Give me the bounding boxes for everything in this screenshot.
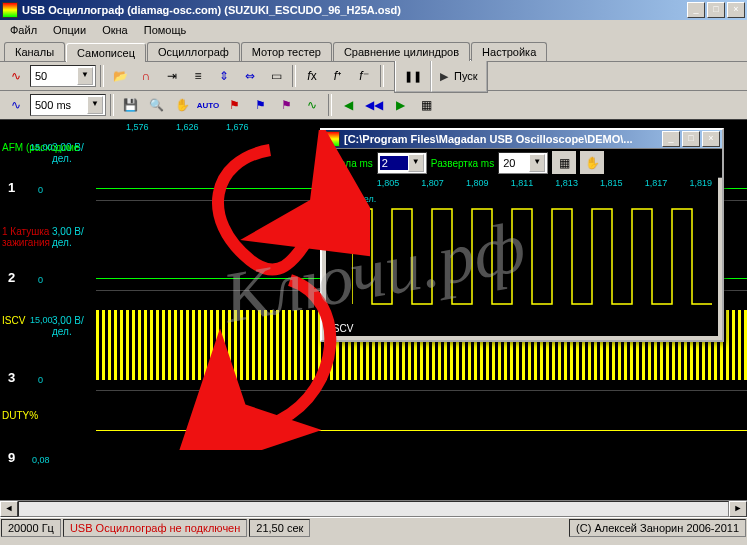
- tab-cyl-compare[interactable]: Сравнение цилиндров: [333, 42, 470, 61]
- scroll-right-button[interactable]: ►: [729, 501, 747, 517]
- ch3-vdiv: 3,00 В/дел.: [52, 315, 96, 337]
- child-close-button[interactable]: ×: [702, 131, 720, 147]
- ch9-label: DUTY%: [2, 410, 38, 421]
- scan-arc-icon[interactable]: ∩: [134, 64, 158, 88]
- child-channel-label: ISCV: [330, 323, 353, 334]
- open-file-icon[interactable]: 📂: [108, 64, 132, 88]
- menu-file[interactable]: Файл: [4, 22, 43, 38]
- child-plot[interactable]: 1,803 1,805 1,807 1,809 1,811 1,813 1,81…: [326, 174, 718, 336]
- status-conn: USB Осциллограф не подключен: [63, 519, 247, 537]
- tab-recorder[interactable]: Самописец: [66, 43, 146, 62]
- play-button[interactable]: ▶ Пуск: [431, 60, 487, 92]
- window-title: USB Осциллограф (diamag-osc.com) (SUZUKI…: [22, 4, 687, 16]
- sweep-label: Развертка ms: [431, 158, 494, 169]
- grid-lines-icon[interactable]: ≡: [186, 64, 210, 88]
- toolbar-row-1: ∿ ▼ 📂 ∩ ⇥ ≡ ⇕ ⇔ ▭ fx fᐩ f⁻ ❚❚ ▶ Пуск: [0, 62, 747, 91]
- wave-green-icon[interactable]: ∿: [300, 93, 324, 117]
- menu-options[interactable]: Опции: [47, 22, 92, 38]
- status-copyright: (C) Алексей Занорин 2006-2011: [569, 519, 746, 537]
- hand-icon[interactable]: ✋: [170, 93, 194, 117]
- marker-icon[interactable]: ⚑: [274, 93, 298, 117]
- child-title: [C:\Program Files\Magadan USB Oscillosco…: [344, 133, 662, 145]
- ch2-label: 1 Катушка зажигания: [2, 226, 96, 248]
- ch1-num: 1: [8, 180, 15, 195]
- stop-icon[interactable]: ◀◀: [362, 93, 386, 117]
- statusbar: 20000 Гц USB Осциллограф не подключен 21…: [0, 517, 747, 538]
- status-freq: 20000 Гц: [1, 519, 61, 537]
- maximize-button[interactable]: □: [707, 2, 725, 18]
- ch3-num: 3: [8, 370, 15, 385]
- child-waveform: [352, 204, 712, 314]
- child-titlebar[interactable]: [C:\Program Files\Magadan USB Oscillosco…: [322, 130, 722, 148]
- sweep-combo[interactable]: ▼: [498, 152, 548, 174]
- playback-group: ❚❚ ▶ Пуск: [394, 59, 488, 93]
- child-window[interactable]: [C:\Program Files\Magadan USB Oscillosco…: [320, 128, 724, 342]
- flag-red-icon[interactable]: ⚑: [222, 93, 246, 117]
- tab-motor-tester[interactable]: Мотор тестер: [241, 42, 332, 61]
- scrollbar-track[interactable]: [18, 501, 729, 517]
- channel-gutter: 3,00 В/дел. AFM (расходоме 15,00 1 0 3,0…: [0, 120, 96, 500]
- ch9-num: 9: [8, 450, 15, 465]
- chevron-down-icon[interactable]: ▼: [77, 67, 93, 85]
- level2-value[interactable]: [33, 98, 87, 112]
- level2-combo[interactable]: ▼: [30, 94, 106, 116]
- status-time: 21,50 сек: [249, 519, 310, 537]
- child-hand-icon[interactable]: ✋: [580, 151, 604, 175]
- ch3-label: ISCV: [2, 315, 25, 326]
- menu-windows[interactable]: Окна: [96, 22, 134, 38]
- level1-value[interactable]: [33, 69, 77, 83]
- expand-vert-icon[interactable]: ⇕: [212, 64, 236, 88]
- auto-icon[interactable]: AUTO: [196, 93, 220, 117]
- expand-horiz-icon[interactable]: ⇔: [238, 64, 262, 88]
- fx-plus-icon[interactable]: fᐩ: [326, 64, 350, 88]
- flag-blue-icon[interactable]: ⚑: [248, 93, 272, 117]
- main-titlebar: USB Осциллограф (diamag-osc.com) (SUZUKI…: [0, 0, 747, 20]
- fx-icon[interactable]: fx: [300, 64, 324, 88]
- wave-blue-icon[interactable]: ∿: [4, 93, 28, 117]
- tab-oscilloscope[interactable]: Осциллограф: [147, 42, 240, 61]
- next-icon[interactable]: ▶: [388, 93, 412, 117]
- play-label: Пуск: [454, 70, 478, 82]
- zoom-icon[interactable]: 🔍: [144, 93, 168, 117]
- child-maximize-button[interactable]: □: [682, 131, 700, 147]
- scale-combo[interactable]: ▼: [377, 152, 427, 174]
- chevron-down-icon[interactable]: ▼: [529, 154, 545, 172]
- fx-minus-icon[interactable]: f⁻: [352, 64, 376, 88]
- chevron-down-icon[interactable]: ▼: [87, 96, 103, 114]
- ch9-trace: [96, 430, 747, 431]
- toolbar-row-2: ∿ ▼ 💾 🔍 ✋ AUTO ⚑ ⚑ ⚑ ∿ ◀ ◀◀ ▶ ▦: [0, 91, 747, 120]
- cursors-icon[interactable]: ⇥: [160, 64, 184, 88]
- scroll-left-button[interactable]: ◄: [0, 501, 18, 517]
- menu-help[interactable]: Помощь: [138, 22, 193, 38]
- chevron-down-icon[interactable]: ▼: [408, 154, 424, 172]
- table-icon[interactable]: ▦: [414, 93, 438, 117]
- scale-label: Шкала ms: [326, 158, 373, 169]
- save-icon[interactable]: 💾: [118, 93, 142, 117]
- fit-icon[interactable]: ▭: [264, 64, 288, 88]
- ch2-num: 2: [8, 270, 15, 285]
- pause-button[interactable]: ❚❚: [395, 60, 431, 92]
- menubar: Файл Опции Окна Помощь: [0, 20, 747, 39]
- tab-channels[interactable]: Каналы: [4, 42, 65, 61]
- tab-bar: Каналы Самописец Осциллограф Мотор тесте…: [0, 39, 747, 62]
- tab-settings[interactable]: Настройка: [471, 42, 547, 61]
- level1-combo[interactable]: ▼: [30, 65, 96, 87]
- prev-icon[interactable]: ◀: [336, 93, 360, 117]
- minimize-button[interactable]: _: [687, 2, 705, 18]
- wave-red-icon[interactable]: ∿: [4, 64, 28, 88]
- close-button[interactable]: ×: [727, 2, 745, 18]
- app-icon: [2, 2, 18, 18]
- child-app-icon: [324, 131, 340, 147]
- child-grid-icon[interactable]: ▦: [552, 151, 576, 175]
- child-minimize-button[interactable]: _: [662, 131, 680, 147]
